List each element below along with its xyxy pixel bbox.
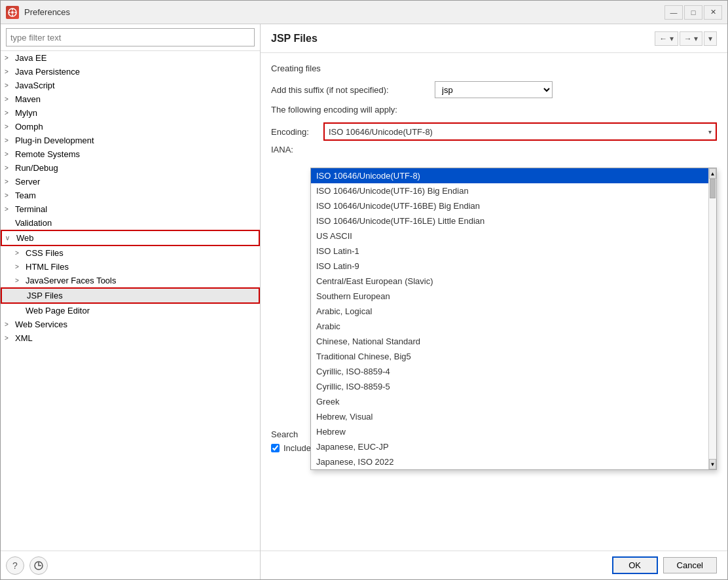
right-body: Creating files Add this suffix (if not s… [261, 53, 727, 551]
sidebar-item-web-services[interactable]: > Web Services [1, 317, 260, 331]
sidebar-item-java-persistence[interactable]: > Java Persistence [1, 65, 260, 79]
restore-defaults-button[interactable] [29, 556, 48, 575]
dropdown-item-latin9[interactable]: ISO Latin-9 [311, 259, 708, 274]
sidebar-item-server[interactable]: > Server [1, 175, 260, 189]
encoding-apply-text: The following encoding will apply: [271, 105, 717, 115]
sidebar-item-xml[interactable]: > XML [1, 331, 260, 345]
iana-row: IANA: [271, 145, 717, 154]
filter-input[interactable] [6, 28, 255, 46]
dropdown-item-latin1[interactable]: ISO Latin-1 [311, 244, 708, 259]
sidebar-item-label: Team [15, 190, 256, 200]
scroll-track [709, 179, 716, 459]
dropdown-item-japanese-iso2022[interactable]: Japanese, ISO 2022 [311, 454, 708, 469]
help-button[interactable]: ? [6, 556, 24, 575]
sidebar-item-label: Terminal [15, 204, 256, 214]
left-bottom-bar: ? [1, 551, 260, 579]
expand-arrow: > [5, 192, 15, 199]
preferences-window: Preferences — □ ✕ > Java EE > Java Persi… [0, 0, 728, 580]
ok-button[interactable]: OK [612, 556, 658, 574]
sidebar-item-web[interactable]: v Web [1, 230, 260, 246]
dropdown-item-chinese-trad[interactable]: Traditional Chinese, Big5 [311, 349, 708, 364]
sidebar-item-java-ee[interactable]: > Java EE [1, 51, 260, 65]
dropdown-item-southern[interactable]: Southern European [311, 289, 708, 304]
left-panel: > Java EE > Java Persistence > JavaScrip… [1, 24, 261, 579]
sidebar-item-label: JSP Files [27, 291, 255, 300]
sidebar-item-label: Plug-in Development [15, 136, 256, 145]
sidebar-item-maven[interactable]: > Maven [1, 92, 260, 106]
restore-icon [33, 560, 44, 571]
minimize-button[interactable]: — [664, 5, 683, 20]
cancel-button[interactable]: Cancel [663, 557, 717, 573]
suffix-select[interactable]: jsp [435, 81, 553, 98]
dropdown-options: ISO 10646/Unicode(UTF-8) ISO 10646/Unico… [311, 168, 708, 469]
forward-button[interactable]: → ▾ [680, 31, 702, 46]
sidebar-item-label: JavaScript [15, 81, 256, 90]
iana-label: IANA: [271, 145, 323, 154]
creating-files-section: Creating files [271, 63, 717, 73]
sidebar-item-javaserver-faces[interactable]: > JavaServer Faces Tools [1, 274, 260, 287]
sidebar-item-web-page-editor[interactable]: Web Page Editor [1, 304, 260, 317]
dropdown-arrow-icon: ▾ [708, 128, 712, 136]
sidebar-item-css-files[interactable]: > CSS Files [1, 246, 260, 260]
dropdown-item-greek[interactable]: Greek [311, 394, 708, 409]
sidebar-item-team[interactable]: > Team [1, 189, 260, 202]
expand-arrow: > [5, 96, 15, 103]
dropdown-item-japanese-eucjp[interactable]: Japanese, EUC-JP [311, 439, 708, 454]
sidebar-item-jsp-files[interactable]: JSP Files [1, 287, 260, 304]
encoding-label: Encoding: [271, 127, 323, 137]
dropdown-item-arabic-logical[interactable]: Arabic, Logical [311, 304, 708, 319]
dropdown-item-cyrillic4[interactable]: Cyrillic, ISO-8859-4 [311, 364, 708, 379]
dropdown-item-cyrillic5[interactable]: Cyrillic, ISO-8859-5 [311, 379, 708, 394]
sidebar-item-label: Java EE [15, 53, 256, 63]
dropdown-item-slavic[interactable]: Central/East European (Slavic) [311, 274, 708, 289]
dropdown-item-utf8[interactable]: ISO 10646/Unicode(UTF-8) [311, 168, 708, 183]
expand-arrow: > [5, 68, 15, 75]
close-button[interactable]: ✕ [704, 5, 722, 20]
sidebar-item-label: Server [15, 177, 256, 187]
sidebar-item-label: XML [15, 333, 256, 343]
suffix-label: Add this suffix (if not specified): [271, 85, 435, 95]
dropdown-item-arabic[interactable]: Arabic [311, 319, 708, 334]
include-jsp-checkbox[interactable] [271, 444, 280, 452]
expand-arrow: > [5, 54, 15, 62]
dropdown-item-hebrew-visual[interactable]: Hebrew, Visual [311, 409, 708, 424]
expand-arrow: > [5, 151, 15, 158]
sidebar-item-plugin-dev[interactable]: > Plug-in Development [1, 134, 260, 147]
dropdown-item-utf16be[interactable]: ISO 10646/Unicode(UTF-16) Big Endian [311, 183, 708, 198]
sidebar-item-label: Web Page Editor [26, 306, 256, 316]
sidebar-item-terminal[interactable]: > Terminal [1, 202, 260, 216]
sidebar-item-label: Run/Debug [15, 163, 256, 173]
sidebar-item-label: Web [16, 233, 255, 243]
dropdown-item-usascii[interactable]: US ASCII [311, 228, 708, 244]
right-header: JSP Files ← ▾ → ▾ ▾ [261, 24, 727, 53]
sidebar-item-run-debug[interactable]: > Run/Debug [1, 161, 260, 175]
right-panel: JSP Files ← ▾ → ▾ ▾ Creating files Add t… [261, 24, 727, 579]
window-controls: — □ ✕ [664, 5, 722, 20]
back-button[interactable]: ← ▾ [655, 31, 678, 46]
dropdown-item-utf16be2[interactable]: ISO 10646/Unicode(UTF-16BE) Big Endian [311, 198, 708, 213]
sidebar-item-validation[interactable]: Validation [1, 216, 260, 230]
sidebar-item-label: HTML Files [26, 262, 256, 272]
sidebar-item-html-files[interactable]: > HTML Files [1, 260, 260, 274]
maximize-button[interactable]: □ [684, 5, 702, 20]
filter-wrap [1, 24, 260, 51]
nav-menu-button[interactable]: ▾ [704, 31, 717, 46]
scroll-down-button[interactable]: ▼ [709, 459, 716, 469]
expand-arrow: > [5, 335, 15, 342]
sidebar-item-oomph[interactable]: > Oomph [1, 120, 260, 134]
dropdown-item-chinese-national[interactable]: Chinese, National Standard [311, 334, 708, 349]
scroll-up-button[interactable]: ▲ [709, 168, 716, 179]
expand-arrow: > [15, 249, 26, 257]
dropdown-item-utf16le[interactable]: ISO 10646/Unicode(UTF-16LE) Little Endia… [311, 213, 708, 228]
sidebar-item-label: CSS Files [26, 248, 256, 258]
dropdown-item-hebrew[interactable]: Hebrew [311, 424, 708, 439]
sidebar-item-javascript[interactable]: > JavaScript [1, 79, 260, 92]
sidebar-item-label: Maven [15, 94, 256, 104]
scroll-thumb[interactable] [710, 179, 716, 198]
sidebar-item-mylyn[interactable]: > Mylyn [1, 106, 260, 120]
sidebar-item-remote-systems[interactable]: > Remote Systems [1, 147, 260, 161]
expand-arrow: > [5, 206, 15, 213]
sidebar-item-label: Remote Systems [15, 149, 256, 159]
encoding-dropdown[interactable]: ISO 10646/Unicode(UTF-8) ▾ [323, 122, 717, 141]
expand-arrow: > [5, 164, 15, 172]
